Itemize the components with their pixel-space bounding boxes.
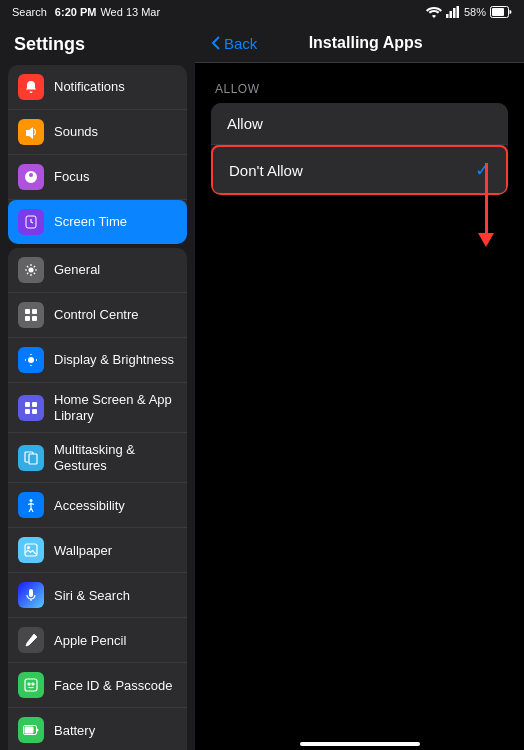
sidebar-item-applepencil[interactable]: Apple Pencil (8, 618, 187, 663)
sidebar-item-focus[interactable]: Focus (8, 155, 187, 200)
notifications-icon (18, 74, 44, 100)
svg-rect-18 (29, 454, 37, 464)
sidebar-item-siri[interactable]: Siri & Search (8, 573, 187, 618)
applepencil-label: Apple Pencil (54, 633, 126, 649)
home-indicator (300, 742, 420, 746)
controlcentre-icon (18, 302, 44, 328)
svg-rect-14 (32, 402, 37, 407)
homescreen-icon (18, 395, 44, 421)
svg-rect-20 (25, 544, 37, 556)
screentime-icon (18, 209, 44, 235)
option-allow-label: Allow (227, 115, 263, 132)
siri-label: Siri & Search (54, 588, 130, 604)
option-dontallow-label: Don't Allow (229, 162, 303, 179)
section-label: Allow (215, 82, 260, 96)
sidebar-group-1: Notifications Sounds Focus Screen Time (8, 65, 187, 244)
svg-rect-1 (449, 11, 452, 18)
svg-rect-9 (32, 309, 37, 314)
sidebar-title: Settings (0, 24, 195, 61)
option-dontallow[interactable]: Don't Allow ✓ (211, 145, 508, 195)
faceid-icon (18, 672, 44, 698)
svg-rect-3 (456, 6, 459, 18)
svg-point-24 (28, 683, 30, 685)
back-button[interactable]: Back (211, 35, 257, 52)
panel-header: Back Installing Apps (195, 24, 524, 63)
sidebar-item-accessibility[interactable]: Accessibility (8, 483, 187, 528)
svg-rect-2 (453, 8, 456, 18)
focus-label: Focus (54, 169, 89, 185)
sidebar-item-screentime[interactable]: Screen Time (8, 200, 187, 244)
svg-rect-16 (32, 409, 37, 414)
svg-rect-23 (25, 679, 37, 691)
display-icon (18, 347, 44, 373)
wallpaper-icon (18, 537, 44, 563)
sounds-label: Sounds (54, 124, 98, 140)
status-right: 58% (426, 6, 512, 18)
notifications-label: Notifications (54, 79, 125, 95)
siri-icon (18, 582, 44, 608)
svg-rect-13 (25, 402, 30, 407)
sidebar-item-sounds[interactable]: Sounds (8, 110, 187, 155)
svg-point-7 (29, 268, 34, 273)
svg-rect-10 (25, 316, 30, 321)
homescreen-label: Home Screen & App Library (54, 392, 177, 423)
screentime-label: Screen Time (54, 214, 127, 230)
general-label: General (54, 262, 100, 278)
status-date: Wed 13 Mar (100, 6, 160, 18)
status-time: 6:20 PM (55, 6, 97, 18)
sidebar-item-notifications[interactable]: Notifications (8, 65, 187, 110)
sidebar: Settings Notifications Sounds Focus (0, 24, 195, 750)
svg-point-21 (27, 546, 30, 549)
sidebar-group-2: General Control Centre Display & Brightn… (8, 248, 187, 750)
battery-label: Battery (54, 723, 95, 739)
wallpaper-label: Wallpaper (54, 543, 112, 559)
svg-rect-8 (25, 309, 30, 314)
wifi-icon (426, 6, 442, 18)
right-panel: Back Installing Apps Allow Allow Don't A… (195, 24, 524, 750)
svg-point-19 (30, 499, 33, 502)
svg-point-25 (32, 683, 34, 685)
panel-title: Installing Apps (263, 34, 468, 52)
multitasking-label: Multitasking & Gestures (54, 442, 177, 473)
general-icon (18, 257, 44, 283)
sidebar-item-multitasking[interactable]: Multitasking & Gestures (8, 433, 187, 483)
sidebar-item-faceid[interactable]: Face ID & Passcode (8, 663, 187, 708)
accessibility-label: Accessibility (54, 498, 125, 514)
accessibility-icon (18, 492, 44, 518)
multitasking-icon (18, 445, 44, 471)
panel-content: Allow Allow Don't Allow ✓ (195, 63, 524, 738)
svg-rect-5 (492, 8, 504, 16)
svg-rect-15 (25, 409, 30, 414)
option-group: Allow Don't Allow ✓ (211, 103, 508, 195)
battery-icon (18, 717, 44, 743)
sidebar-item-wallpaper[interactable]: Wallpaper (8, 528, 187, 573)
status-left: Search 6:20 PM Wed 13 Mar (12, 6, 160, 18)
option-allow[interactable]: Allow (211, 103, 508, 145)
battery-percent: 58% (464, 6, 486, 18)
back-label: Back (224, 35, 257, 52)
battery-icon (490, 6, 512, 18)
main-layout: Settings Notifications Sounds Focus (0, 24, 524, 750)
sidebar-item-controlcentre[interactable]: Control Centre (8, 293, 187, 338)
svg-rect-11 (32, 316, 37, 321)
sounds-icon (18, 119, 44, 145)
sidebar-item-general[interactable]: General (8, 248, 187, 293)
controlcentre-label: Control Centre (54, 307, 139, 323)
focus-icon (18, 164, 44, 190)
annotation-arrow (478, 163, 494, 247)
search-label: Search (12, 6, 47, 18)
svg-rect-27 (25, 727, 33, 733)
svg-point-12 (28, 357, 34, 363)
sidebar-item-battery[interactable]: Battery (8, 708, 187, 750)
status-bar: Search 6:20 PM Wed 13 Mar 58% (0, 0, 524, 24)
display-label: Display & Brightness (54, 352, 174, 368)
svg-rect-0 (446, 14, 449, 18)
applepencil-icon (18, 627, 44, 653)
signal-icon (446, 6, 460, 18)
sidebar-item-display[interactable]: Display & Brightness (8, 338, 187, 383)
faceid-label: Face ID & Passcode (54, 678, 173, 694)
sidebar-item-homescreen[interactable]: Home Screen & App Library (8, 383, 187, 433)
